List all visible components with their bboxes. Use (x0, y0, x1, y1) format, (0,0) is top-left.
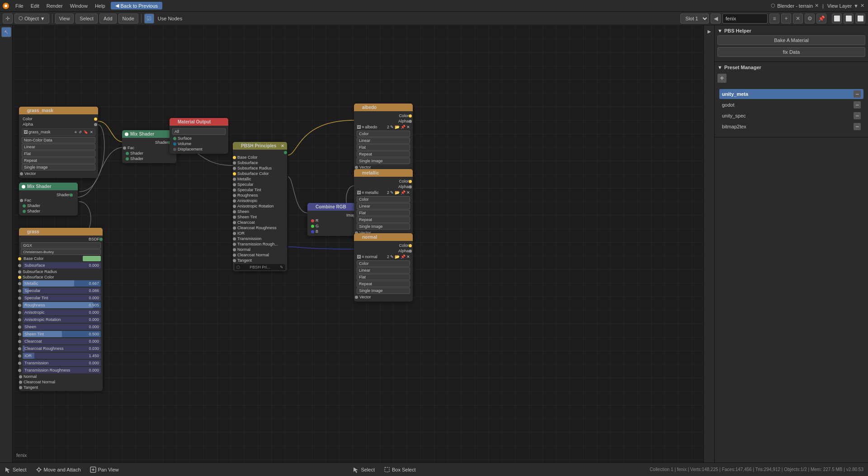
select-tool-btn[interactable]: ↖ (1, 27, 11, 37)
menu-help[interactable]: Help (91, 0, 109, 11)
specular-field[interactable]: Specular 0.086 (23, 287, 101, 294)
menu-file[interactable]: File (12, 0, 27, 11)
box-select-mode[interactable]: Box Select (384, 467, 416, 473)
img-btn4[interactable]: ✕ (90, 130, 93, 134)
trans-rough-field[interactable]: Transmission Roughness 0.000 (23, 367, 101, 373)
grass-bsdf-node[interactable]: grass BSDF GGX Christensen-Burley Base C… (19, 228, 103, 391)
combine-rgb-node[interactable]: Combine RGB Image R G B (307, 203, 362, 236)
interp-dropdown[interactable]: Linear (357, 267, 410, 273)
img-del[interactable]: ✕ (406, 125, 410, 129)
repeat-dropdown[interactable]: Repeat (357, 217, 410, 223)
toolbar-right-1[interactable]: ⬜ (832, 14, 842, 24)
img-edit[interactable]: ✎ (390, 190, 394, 195)
material-new-btn[interactable]: + (781, 14, 791, 24)
repeat-dropdown[interactable]: Repeat (22, 157, 95, 164)
img-del[interactable]: ✕ (406, 254, 410, 259)
material-name-input[interactable] (722, 14, 768, 24)
distribution-dropdown[interactable]: GGX (21, 242, 101, 249)
sheen-tint-field[interactable]: Sheen Tint 0.500 (23, 331, 101, 337)
sheen-field[interactable]: Sheen 0.000 (23, 324, 101, 330)
cursor-tool-btn[interactable]: ✛ (3, 14, 13, 24)
clearcoat-rough-field[interactable]: Clearcoat Roughness 0.030 (23, 345, 101, 352)
color-space-dropdown[interactable]: Non-Color Data (22, 137, 95, 143)
remove-preset-unity-spec[interactable]: − (854, 112, 861, 119)
toolbar-right-2[interactable]: ⬜ (844, 14, 854, 24)
aniso-rot-field[interactable]: Anisotropic Rotation 0.000 (23, 316, 101, 323)
toolbar-right-3[interactable]: ⬜ (855, 14, 865, 24)
img-browse[interactable]: 📂 (395, 125, 400, 129)
preset-unity-meta[interactable]: unity_meta − (719, 89, 863, 99)
proj-dropdown[interactable]: Flat (357, 144, 410, 151)
material-delete-btn[interactable]: ✕ (793, 14, 803, 24)
mix-shader-1-node[interactable]: Mix Shader Shader Fac Shader Shader (122, 130, 176, 163)
node-canvas[interactable]: grass_mask Color Alpha 🖼 grass_mask ≡ ↺ … (0, 25, 714, 462)
specular-tint-field[interactable]: Specular Tint 0.000 (23, 295, 101, 301)
img-btn3[interactable]: 🔖 (84, 130, 88, 134)
color-space-dropdown[interactable]: Color (357, 131, 410, 137)
source-dropdown[interactable]: Single Image (22, 164, 95, 170)
pin-btn[interactable]: 📌 (816, 14, 826, 24)
pbsh-close[interactable]: ✕ (281, 144, 284, 148)
fix-data-button[interactable]: fix Data (717, 47, 865, 57)
slot-select[interactable]: Slot 1 (680, 14, 709, 24)
anisotropic-field[interactable]: Anisotropic 0.000 (23, 309, 101, 316)
ior-field[interactable]: IOR 1.450 (23, 353, 101, 359)
base-color-swatch[interactable] (83, 256, 101, 261)
view-btn[interactable]: View (55, 14, 74, 24)
add-btn[interactable]: Add (99, 14, 117, 24)
pan-view-mode[interactable]: Pan View (90, 467, 119, 473)
subsurface-field[interactable]: Subsurface 0.000 (23, 262, 101, 269)
source-dropdown[interactable]: Single Image (357, 158, 410, 164)
remove-preset-godot[interactable]: − (854, 101, 861, 108)
metallic-field[interactable]: Metallic 0.667 (23, 280, 101, 287)
preset-bitmap2tex[interactable]: bitmap2tex − (719, 122, 863, 132)
mode-dropdown[interactable]: ⬡ Object ▼ (14, 14, 49, 24)
img-del[interactable]: ✕ (406, 190, 410, 195)
img-pin[interactable]: 📌 (401, 125, 406, 129)
transmission-field[interactable]: Transmission 0.000 (23, 360, 101, 366)
clearcoat-field[interactable]: Clearcoat 0.000 (23, 338, 101, 344)
back-to-previous-button[interactable]: ◀ Back to Previous (111, 2, 163, 9)
img-edit[interactable]: ✎ (390, 125, 394, 129)
material-browse-btn[interactable]: ≡ (769, 14, 779, 24)
material-settings-btn[interactable]: ⚙ (805, 14, 815, 24)
menu-window[interactable]: Window (66, 0, 91, 11)
select-btn[interactable]: Select (75, 14, 98, 24)
remove-preset-unity-meta[interactable]: − (854, 90, 861, 98)
roughness-field[interactable]: Roughness 0.905 (23, 302, 101, 308)
close-icon[interactable]: ✕ (860, 3, 864, 9)
metallic-node[interactable]: metallic Color Alpha 🖼 ≡ metallic 2 ✎ 📂 … (354, 169, 413, 237)
collapse-btn[interactable]: ▶ (705, 27, 713, 35)
node-btn[interactable]: Node (118, 14, 138, 24)
add-preset-button[interactable]: + (717, 74, 726, 83)
prev-material-btn[interactable]: ◀ (711, 14, 721, 24)
proj-dropdown[interactable]: Flat (357, 274, 410, 280)
img-browse[interactable]: 📂 (395, 254, 400, 259)
source-dropdown[interactable]: Single Image (357, 287, 410, 294)
pbsh-node[interactable]: PBSH Principles ✕ Base Color Subsurface … (233, 142, 287, 271)
img-btn2[interactable]: ↺ (79, 130, 82, 134)
subsurface-method-dropdown[interactable]: Christensen-Burley (21, 249, 101, 255)
color-space-dropdown[interactable]: Color (357, 260, 410, 267)
interpolation-dropdown[interactable]: Linear (22, 144, 95, 150)
close-scene-icon[interactable]: ✕ (815, 3, 819, 9)
color-space-dropdown[interactable]: Color (357, 196, 410, 203)
img-pin[interactable]: 📌 (401, 254, 406, 259)
select-mode-2[interactable]: Select (353, 467, 375, 473)
repeat-dropdown[interactable]: Repeat (357, 151, 410, 157)
menu-edit[interactable]: Edit (27, 0, 43, 11)
albedo-node[interactable]: albedo Color Alpha 🖼 ≡ albedo 2 ✎ 📂 📌 ✕ (354, 104, 413, 172)
img-btn1[interactable]: ≡ (75, 130, 77, 134)
grass-mask-node[interactable]: grass_mask Color Alpha 🖼 grass_mask ≡ ↺ … (19, 107, 98, 178)
mix-shader-2-node[interactable]: Mix Shader Shader Fac Shader Shader (19, 183, 78, 216)
img-browse[interactable]: 📂 (395, 190, 400, 195)
normal-node[interactable]: normal Color Alpha 🖼 ≡ normal 2 ✎ 📂 📌 ✕ (354, 233, 413, 302)
preset-unity-spec[interactable]: unity_spec − (719, 111, 863, 121)
bake-material-button[interactable]: Bake A Material (717, 35, 865, 45)
interp-dropdown[interactable]: Linear (357, 137, 410, 144)
pbsh-footer-edit[interactable]: ✎ (280, 265, 283, 269)
interp-dropdown[interactable]: Linear (357, 203, 410, 209)
expand-icon[interactable]: ▼ (854, 3, 859, 9)
repeat-dropdown[interactable]: Repeat (357, 281, 410, 287)
img-edit[interactable]: ✎ (390, 254, 394, 259)
